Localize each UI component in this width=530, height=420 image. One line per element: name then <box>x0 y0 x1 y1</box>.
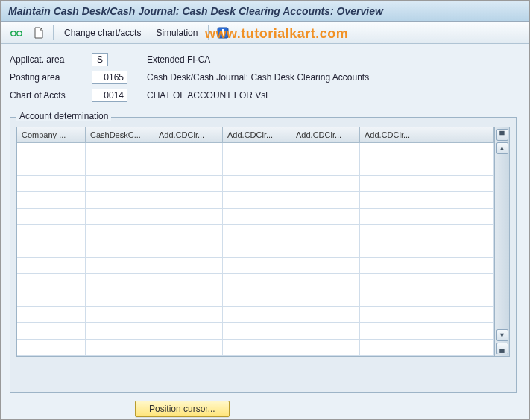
col-addcdclr-2[interactable]: Add.CDClr... <box>223 127 291 142</box>
scroll-top-icon[interactable]: ▀ <box>496 129 508 141</box>
chart-of-accts-desc: CHAT OF ACCOUNT FOR Vsl <box>147 90 268 101</box>
scroll-up-icon[interactable]: ▲ <box>496 142 508 154</box>
table-row[interactable] <box>17 176 494 192</box>
change-chart-accts-button[interactable]: Change chart/accts <box>60 25 145 41</box>
applicat-area-input[interactable] <box>92 53 108 66</box>
table-row[interactable] <box>17 159 494 176</box>
simulation-label: Simulation <box>156 28 198 38</box>
simulation-button[interactable]: Simulation <box>151 25 202 41</box>
bottom-bar: Position cursor... <box>16 401 514 417</box>
chart-of-accts-input[interactable] <box>92 89 127 102</box>
table-row[interactable] <box>17 209 494 225</box>
posting-area-desc: Cash Desk/Cash Journal: Cash Desk Cleari… <box>147 72 369 83</box>
scroll-bottom-icon[interactable]: ▄ <box>496 343 508 354</box>
grid-header: Company ... CashDeskC... Add.CDClr... Ad… <box>17 127 494 143</box>
panel-title: Account determination <box>16 111 111 121</box>
svg-rect-3 <box>222 29 224 31</box>
table-row[interactable] <box>17 274 494 290</box>
applicat-area-label: Applicat. area <box>10 54 92 65</box>
posting-area-label: Posting area <box>10 72 92 83</box>
table-row[interactable] <box>17 290 494 307</box>
title-bar: Maintain Cash Desk/Cash Journal: Cash De… <box>1 1 529 22</box>
grid-vscrollbar[interactable]: ▀ ▲ ▼ ▄ <box>495 127 510 357</box>
posting-area-input[interactable] <box>92 71 127 84</box>
svg-rect-4 <box>222 31 224 36</box>
toolbar-separator <box>53 25 54 40</box>
scroll-down-icon[interactable]: ▼ <box>496 329 508 341</box>
table-row[interactable] <box>17 323 494 340</box>
table-row[interactable] <box>17 258 494 274</box>
col-company[interactable]: Company ... <box>17 127 86 142</box>
applicat-area-desc: Extended FI-CA <box>147 54 210 65</box>
field-row-chart-of-accts: Chart of Accts CHAT OF ACCOUNT FOR Vsl <box>10 87 520 104</box>
window-title: Maintain Cash Desk/Cash Journal: Cash De… <box>8 5 383 17</box>
table-row[interactable] <box>17 143 494 159</box>
info-icon[interactable] <box>215 25 231 41</box>
app-toolbar: Change chart/accts Simulation <box>1 22 529 44</box>
table-row[interactable] <box>17 225 494 241</box>
change-chart-accts-label: Change chart/accts <box>64 28 141 38</box>
field-row-applicat-area: Applicat. area Extended FI-CA <box>10 51 520 68</box>
glasses-icon[interactable] <box>8 25 25 41</box>
account-determination-panel: Account determination Company ... CashDe… <box>10 117 517 393</box>
col-addcdclr-3[interactable]: Add.CDClr... <box>291 127 360 142</box>
panel-spacer <box>10 363 516 392</box>
new-page-icon[interactable] <box>31 25 47 41</box>
field-row-posting-area: Posting area Cash Desk/Cash Journal: Cas… <box>10 69 520 86</box>
grid-wrap: Company ... CashDeskC... Add.CDClr... Ad… <box>16 127 510 357</box>
grid-body <box>17 143 494 356</box>
table-row[interactable] <box>17 340 494 356</box>
sap-window: Maintain Cash Desk/Cash Journal: Cash De… <box>0 0 530 420</box>
chart-of-accts-label: Chart of Accts <box>10 90 92 101</box>
account-grid[interactable]: Company ... CashDeskC... Add.CDClr... Ad… <box>16 127 495 357</box>
col-cashdeskc[interactable]: CashDeskC... <box>86 127 154 142</box>
position-cursor-button[interactable]: Position cursor... <box>135 401 230 417</box>
col-addcdclr-4[interactable]: Add.CDClr... <box>360 127 494 142</box>
table-row[interactable] <box>17 307 494 323</box>
table-row[interactable] <box>17 241 494 258</box>
table-row[interactable] <box>17 192 494 209</box>
col-addcdclr-1[interactable]: Add.CDClr... <box>154 127 223 142</box>
toolbar-separator <box>208 25 209 40</box>
content-area: Applicat. area Extended FI-CA Posting ar… <box>1 44 529 419</box>
